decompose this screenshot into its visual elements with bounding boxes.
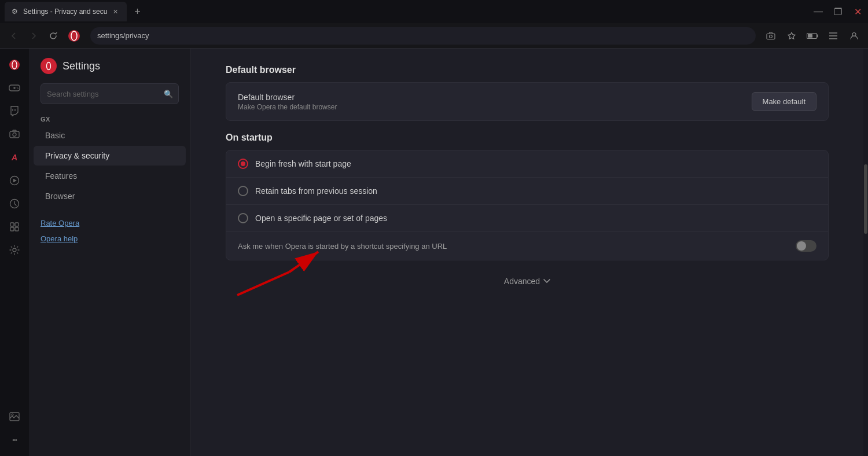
settings-sidebar: Settings 🔍 GX Basic Privacy & security F…	[29, 49, 191, 456]
search-settings-container: 🔍	[29, 83, 190, 111]
menu-button[interactable]	[825, 28, 841, 44]
opera-help-link[interactable]: Opera help	[29, 231, 190, 247]
battery-button[interactable]	[804, 28, 821, 44]
ask-shortcut-label: Ask me when Opera is started by a shortc…	[238, 242, 447, 251]
radio-retain-tabs-circle	[238, 186, 248, 196]
svg-rect-20	[10, 131, 19, 138]
sidebar-icon-extensions[interactable]	[4, 216, 25, 237]
radio-fresh-start-circle	[238, 159, 248, 169]
radio-specific-page-label: Open a specific page or set of pages	[255, 214, 387, 223]
sidebar-icon-history[interactable]	[4, 193, 25, 214]
radio-retain-tabs[interactable]: Retain tabs from previous session	[226, 178, 828, 205]
sidebar-icon-opera[interactable]	[4, 54, 25, 75]
svg-rect-27	[10, 227, 14, 231]
sidebar-icon-player[interactable]	[4, 170, 25, 191]
svg-rect-25	[10, 223, 14, 226]
default-browser-label: Default browser	[238, 93, 752, 102]
browser-chrome: settings/privacy	[0, 23, 868, 49]
new-tab-button[interactable]: +	[129, 3, 145, 20]
close-button[interactable]: ✕	[852, 6, 863, 17]
profile-button[interactable]	[846, 28, 862, 44]
svg-rect-5	[817, 34, 818, 37]
svg-rect-26	[15, 223, 19, 226]
sidebar-nav-basic[interactable]: Basic	[34, 126, 186, 145]
back-button[interactable]	[6, 28, 22, 44]
default-browser-sublabel: Make Opera the default browser	[238, 103, 752, 111]
settings-header: Settings	[29, 49, 190, 83]
search-wrapper: 🔍	[41, 83, 179, 104]
sidebar-nav-browser[interactable]: Browser	[34, 186, 186, 206]
svg-marker-23	[13, 179, 17, 182]
radio-specific-page-circle	[238, 213, 248, 223]
rate-opera-link[interactable]: Rate Opera	[29, 215, 190, 231]
sidebar-icon-more[interactable]: •••	[4, 429, 25, 450]
svg-rect-28	[15, 227, 19, 231]
sidebar-icon-twitch[interactable]	[4, 101, 25, 122]
sidebar-icon-snapshot[interactable]	[4, 124, 25, 145]
address-bar[interactable]: settings/privacy	[90, 27, 756, 45]
favorites-button[interactable]	[784, 28, 800, 44]
on-startup-card: Begin fresh with start page Retain tabs …	[226, 150, 829, 260]
advanced-section: Advanced	[226, 272, 829, 290]
settings-logo	[41, 58, 57, 74]
radio-fresh-start[interactable]: Begin fresh with start page	[226, 150, 828, 178]
chevron-down-icon	[543, 279, 550, 284]
sidebar-section-gx-label: GX	[29, 111, 190, 125]
tab-title-text: Settings - Privacy and secu	[23, 8, 107, 16]
svg-point-11	[9, 60, 20, 70]
window-controls: — ❐ ✕	[812, 6, 863, 17]
main-content: Default browser Default browser Make Ope…	[191, 49, 863, 456]
svg-point-29	[13, 248, 16, 252]
maximize-button[interactable]: ❐	[832, 6, 844, 17]
svg-rect-2	[767, 34, 775, 39]
svg-point-16	[17, 87, 18, 88]
sidebar-icon-gaming[interactable]	[4, 78, 25, 98]
default-browser-title: Default browser	[226, 65, 829, 75]
settings-tab[interactable]: ⚙ Settings - Privacy and secu ✕	[5, 2, 127, 21]
browser-actions	[763, 28, 862, 44]
sidebar-nav-features[interactable]: Features	[34, 166, 186, 186]
svg-point-21	[13, 133, 16, 137]
sidebar-icon-settings[interactable]	[4, 240, 25, 260]
camera-button[interactable]	[763, 28, 779, 44]
reload-button[interactable]	[45, 28, 61, 44]
radio-specific-page[interactable]: Open a specific page or set of pages	[226, 205, 828, 232]
tab-favicon-icon: ⚙	[12, 8, 20, 16]
sidebar-icon-gallery[interactable]	[4, 406, 25, 427]
svg-point-0	[68, 30, 80, 42]
minimize-button[interactable]: —	[812, 6, 824, 17]
forward-button[interactable]	[25, 28, 42, 44]
scrollbar-thumb[interactable]	[864, 164, 867, 234]
svg-point-17	[17, 88, 19, 89]
search-settings-input[interactable]	[41, 83, 179, 104]
svg-point-31	[12, 414, 13, 415]
svg-point-3	[770, 35, 773, 38]
default-browser-card: Default browser Make Opera the default b…	[226, 82, 829, 121]
sidebar-links-section: Rate Opera Opera help	[29, 215, 190, 247]
sidebar-icon-aria[interactable]: A	[4, 147, 25, 168]
on-startup-title: On startup	[226, 133, 829, 143]
opera-logo	[67, 29, 81, 43]
ask-shortcut-row: Ask me when Opera is started by a shortc…	[226, 232, 828, 260]
ask-shortcut-toggle[interactable]	[796, 240, 816, 252]
svg-rect-6	[808, 34, 812, 38]
advanced-button[interactable]: Advanced	[495, 272, 560, 290]
main-layout: A ••• Settings	[0, 49, 868, 456]
sidebar-icons: A •••	[0, 49, 29, 456]
tab-close-button[interactable]: ✕	[111, 7, 120, 16]
titlebar: ⚙ Settings - Privacy and secu ✕ + — ❐ ✕	[0, 0, 868, 23]
radio-retain-tabs-label: Retain tabs from previous session	[255, 186, 377, 196]
svg-point-32	[44, 61, 53, 71]
radio-fresh-start-label: Begin fresh with start page	[255, 159, 351, 168]
advanced-label: Advanced	[504, 277, 540, 286]
default-browser-text: Default browser Make Opera the default b…	[238, 93, 752, 111]
scrollbar[interactable]	[863, 49, 868, 456]
default-browser-row: Default browser Make Opera the default b…	[226, 83, 828, 120]
address-text: settings/privacy	[97, 31, 149, 40]
make-default-button[interactable]: Make default	[752, 92, 816, 111]
sidebar-nav-privacy[interactable]: Privacy & security	[34, 146, 186, 166]
tab-bar: ⚙ Settings - Privacy and secu ✕ +	[5, 2, 812, 21]
settings-title: Settings	[62, 60, 100, 72]
